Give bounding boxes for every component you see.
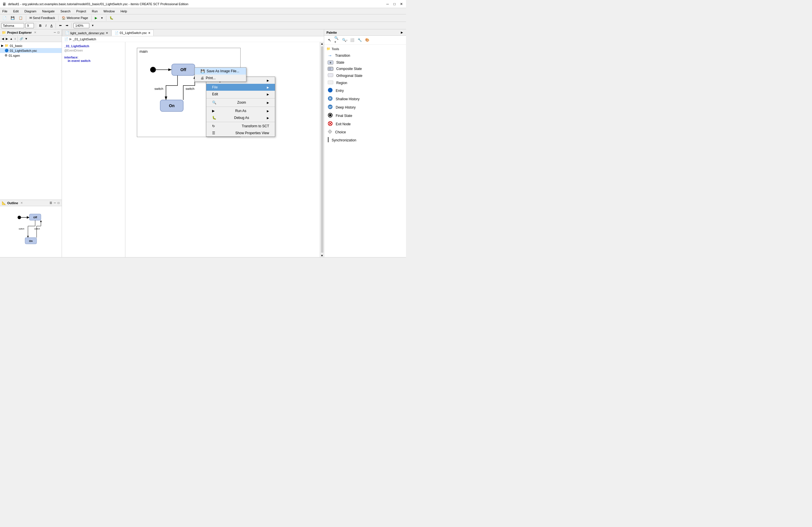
code-panel: _01_LightSwitch @EventDriven interface: … [62,42,125,257]
select-rect-button[interactable]: ⬜ [349,37,355,43]
zoom-dropdown[interactable]: ▾ [90,23,95,28]
interface-label: interface [64,56,77,59]
italic-button[interactable]: I [44,23,48,28]
zoom-out-button[interactable]: 🔍- [342,37,348,43]
sub-print[interactable]: 🖨 Print... [195,75,246,81]
ctx-transform[interactable]: ↻ Transform to SCT [206,123,275,130]
window-title: default1 - org.yakindu.sct.examples.basi… [8,2,188,6]
outline-toolbar-btn[interactable]: ☰ [49,201,53,205]
menu-window[interactable]: Window [102,9,116,14]
new-button[interactable]: 📄 [1,15,8,21]
menu-navigate[interactable]: Navigate [41,9,56,14]
font-sep-2 [56,23,56,28]
svg-text:H: H [329,97,331,100]
zoom-in-button[interactable]: 🔍+ [334,37,340,43]
sub-save-image[interactable]: 💾 Save As Image File... [195,68,246,75]
expand-icon: ▶ [1,44,3,47]
palette-item-transition[interactable]: → Transition [324,52,406,59]
ctx-run-as[interactable]: ▶ Run As ▶ [206,107,275,114]
align-left-button[interactable]: ⬅ [58,23,63,28]
collapse-button[interactable]: ↕ [14,37,16,40]
palette-item-region[interactable]: Region [324,79,406,86]
maximize-button[interactable]: □ [392,2,397,6]
final-state-icon [328,112,333,119]
font-toolbar: B I A ⬅ ➡ ▾ [0,22,406,29]
palette-toolbar: ↖ 🔍+ 🔍- ⬜ 🔧 🎨 [324,36,406,45]
forward-button[interactable]: ▶ [5,37,9,40]
scroll-up-btn[interactable]: ▲ [321,42,323,45]
tree-item-01basic[interactable]: ▶ 📁 01_basic [0,43,62,48]
project-toolbar: ◀ ▶ ▲ ↕ 🔗 ▼ [0,36,62,42]
maximize-panel-button[interactable]: □ [57,31,60,34]
ctx-zoom[interactable]: 🔍 Zoom ▶ [206,99,275,106]
close-button[interactable]: ✕ [399,2,404,6]
filter-button[interactable]: ▼ [24,37,28,40]
menu-help[interactable]: Help [119,9,128,14]
save-button[interactable]: 💾 [9,15,16,21]
run-button[interactable]: ▶ [93,15,99,21]
font-size-input[interactable] [25,23,34,28]
underline-button[interactable]: A [49,23,54,28]
up-button[interactable]: ▲ [9,37,13,40]
tab-dimmer[interactable]: 📄 light_switch_dimmer.ysc ✕ [62,30,111,36]
title-bar: 🖥 default1 - org.yakindu.sct.examples.ba… [0,0,406,8]
choice-label: Choice [335,130,346,134]
bold-button[interactable]: B [38,23,43,28]
menu-edit[interactable]: Edit [12,9,20,14]
outline-min-button[interactable]: ─ [53,201,57,205]
welcome-page-button[interactable]: 🏠 Welcome Page [60,15,89,21]
run-dropdown[interactable]: ▾ [100,15,104,21]
select-tool-button[interactable]: ↖ [327,37,333,43]
menu-file[interactable]: File [1,9,9,14]
palette-item-shallow-history[interactable]: H Shallow History [324,95,406,103]
link-editor-button[interactable]: 🔗 [19,37,24,40]
palette-item-deep-history[interactable]: H* Deep History [324,103,406,111]
tree-item-lightswitch[interactable]: 🔵 01_LightSwitch.ysc [0,48,62,53]
ctx-file-arrow: ▶ [267,86,269,89]
tab-lightswitch-close[interactable]: ✕ [148,31,150,34]
minimize-panel-button[interactable]: ─ [53,31,57,34]
svg-rect-18 [328,73,333,77]
palette-tools-section[interactable]: 📁 Tools [324,46,406,52]
font-family-input[interactable] [1,23,24,28]
align-right-button[interactable]: ➡ [64,23,70,28]
more-tools-button[interactable]: 🔧 [357,37,363,43]
scroll-track-v[interactable] [321,46,323,253]
palette-item-state[interactable]: S State [324,59,406,66]
back-button[interactable]: ◀ [1,37,5,40]
menu-project[interactable]: Project [75,9,87,14]
palette-item-exit-node[interactable]: Exit Node [324,120,406,128]
outline-max-button[interactable]: □ [57,201,60,205]
ctx-properties[interactable]: ☰ Show Properties View [206,130,275,136]
theme-button[interactable]: 🎨 [364,37,370,43]
send-feedback-button[interactable]: ✉ Send Feedback [28,15,57,21]
entry-icon [328,88,333,94]
palette-item-entry[interactable]: Entry [324,86,406,95]
tree-item-label: 01_basic [10,44,23,47]
palette-expand-btn[interactable]: ▶ [400,31,404,34]
ctx-debug-as[interactable]: 🐛 Debug As ▶ [206,114,275,121]
palette-item-final-state[interactable]: Final State [324,111,406,120]
breadcrumb-item[interactable]: _01_LightSwitch [73,37,96,41]
save-all-button[interactable]: 📋 [17,15,24,21]
menu-search[interactable]: Search [59,9,72,14]
debug-button[interactable]: 🐛 [108,15,115,21]
zoom-input[interactable] [73,23,89,28]
minimize-button[interactable]: ─ [385,2,390,6]
final-state-label: Final State [336,114,352,118]
palette-item-composite-state[interactable]: Composite State [324,66,406,72]
tab-lightswitch[interactable]: 📄 01_LightSwitch.ysc ✕ [112,30,154,36]
palette-item-choice[interactable]: Choice [324,128,406,136]
tab-dimmer-close[interactable]: ✕ [106,31,108,34]
scroll-down-btn[interactable]: ▼ [321,254,323,257]
palette-item-synchronization[interactable]: Synchronization [324,136,406,144]
ctx-file[interactable]: File ▶ [206,84,275,91]
menu-run[interactable]: Run [91,9,99,14]
diagram-editor[interactable]: main [125,42,320,257]
tree-item-sgen[interactable]: ⚙ 01.sgen [0,53,62,58]
diagram-canvas: main [125,42,320,257]
vertical-scrollbar[interactable]: ▲ ▼ [320,42,324,257]
ctx-edit[interactable]: Edit ▶ [206,91,275,97]
menu-diagram[interactable]: Diagram [23,9,38,14]
palette-item-orthogonal-state[interactable]: Orthogonal State [324,72,406,79]
